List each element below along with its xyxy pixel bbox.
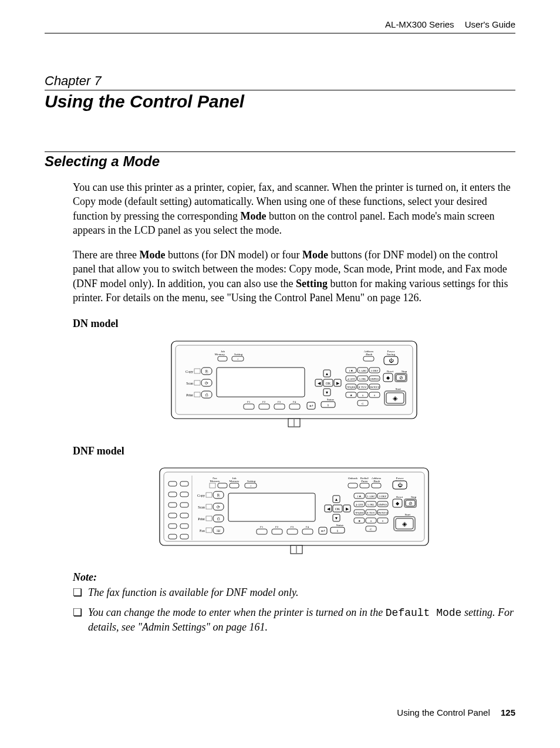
svg-text:9WXYZ: 9WXYZ — [377, 511, 388, 514]
paragraph-2: There are three Mode buttons (for DN mod… — [73, 248, 515, 305]
svg-text:i: i — [328, 403, 329, 407]
svg-text:8 TUV: 8 TUV — [367, 511, 375, 514]
svg-text:F3: F3 — [291, 525, 294, 528]
svg-text:9WXYZ: 9WXYZ — [369, 386, 380, 389]
svg-text:Scan: Scan — [186, 382, 193, 385]
svg-rect-97 — [180, 503, 188, 507]
svg-text:F4: F4 — [306, 525, 309, 528]
svg-text:Setting: Setting — [247, 480, 256, 483]
svg-text:Memory: Memory — [210, 480, 220, 483]
svg-rect-143 — [228, 493, 315, 521]
svg-text:F2: F2 — [262, 400, 266, 403]
svg-rect-147 — [272, 529, 282, 534]
svg-rect-35 — [289, 404, 300, 409]
svg-text:Memory: Memory — [215, 353, 225, 356]
svg-text:2 ABC: 2 ABC — [359, 369, 367, 372]
svg-text:F4: F4 — [293, 400, 296, 403]
svg-rect-94 — [168, 492, 177, 497]
svg-rect-27 — [217, 368, 305, 397]
svg-rect-24 — [194, 392, 200, 397]
note-item-2: You can change the mode to enter when th… — [73, 605, 515, 635]
svg-text:Pause: Pause — [361, 480, 368, 483]
note-item-1: The fax function is available for DNF mo… — [73, 585, 515, 599]
svg-text:▲: ▲ — [325, 372, 329, 376]
svg-text:-Book: -Book — [365, 353, 373, 356]
svg-rect-98 — [168, 513, 177, 518]
svg-text:⏻: ⏻ — [397, 483, 403, 488]
svg-rect-20 — [194, 380, 200, 385]
svg-text:3 DEF: 3 DEF — [370, 369, 378, 372]
page-number: 125 — [501, 707, 515, 717]
section-title: Selecting a Mode — [45, 151, 515, 170]
note-heading: Note: — [73, 570, 515, 584]
svg-text:◈: ◈ — [402, 520, 407, 527]
svg-text:F3: F3 — [278, 400, 281, 403]
svg-text:◈: ◈ — [393, 395, 398, 402]
svg-text:Onhook: Onhook — [348, 477, 358, 480]
svg-rect-92 — [168, 481, 177, 486]
header-guide: User's Guide — [465, 19, 515, 29]
svg-text:Print: Print — [198, 517, 205, 521]
svg-rect-95 — [180, 492, 188, 497]
svg-text:4 GHI: 4 GHI — [348, 378, 355, 380]
svg-rect-108 — [218, 483, 227, 488]
svg-rect-151 — [302, 529, 313, 534]
svg-rect-101 — [180, 524, 188, 528]
svg-rect-16 — [194, 369, 200, 373]
svg-text:Start: Start — [405, 513, 411, 516]
svg-text:Memory: Memory — [229, 480, 239, 483]
svg-text:2 ABC: 2 ABC — [367, 495, 375, 498]
svg-rect-116 — [348, 483, 357, 488]
svg-rect-102 — [168, 534, 177, 539]
svg-text:Copy: Copy — [197, 494, 205, 497]
svg-rect-145 — [257, 529, 267, 534]
paragraph-1: You can use this printer as a printer, c… — [73, 180, 515, 237]
svg-rect-111 — [230, 483, 239, 488]
svg-text:Stop: Stop — [402, 370, 407, 373]
svg-text:i: i — [337, 528, 338, 533]
svg-text:↩: ↩ — [309, 403, 313, 409]
svg-rect-31 — [259, 404, 269, 409]
svg-rect-10 — [363, 356, 374, 361]
svg-text:Saving: Saving — [387, 353, 395, 356]
svg-rect-29 — [244, 404, 254, 409]
footer-text: Using the Control Panel — [397, 707, 490, 717]
svg-rect-4 — [218, 356, 227, 361]
svg-rect-128 — [206, 493, 212, 497]
svg-rect-99 — [180, 513, 188, 518]
svg-rect-119 — [360, 483, 369, 488]
svg-rect-107 — [210, 483, 215, 488]
svg-text:Start: Start — [396, 388, 402, 390]
svg-text:Scan: Scan — [198, 506, 205, 509]
header-series: AL-MX300 Series — [385, 19, 454, 29]
svg-text:OK: OK — [326, 382, 331, 385]
svg-text:Fax: Fax — [200, 529, 205, 533]
svg-rect-96 — [168, 503, 177, 507]
svg-rect-140 — [206, 528, 212, 533]
svg-text:5 JKL: 5 JKL — [359, 378, 366, 380]
svg-rect-132 — [206, 504, 212, 509]
svg-rect-103 — [180, 534, 188, 539]
dnf-model-heading: DNF model — [73, 444, 515, 458]
chapter-label: Chapter 7 — [45, 73, 515, 89]
svg-text:▲: ▲ — [335, 497, 339, 502]
svg-text:4 GHI: 4 GHI — [356, 503, 363, 506]
svg-text:↩: ↩ — [321, 528, 325, 534]
svg-rect-122 — [372, 483, 381, 488]
svg-text:▼: ▼ — [335, 516, 339, 521]
svg-text:Setting: Setting — [234, 353, 243, 356]
svg-text:3 DEF: 3 DEF — [379, 495, 386, 498]
svg-text:⊘: ⊘ — [409, 501, 413, 506]
svg-text:1★.: 1★. — [357, 495, 362, 498]
svg-text:⊘: ⊘ — [399, 375, 403, 380]
svg-text:☼: ☼ — [249, 484, 252, 487]
svg-text:Copy: Copy — [185, 370, 193, 373]
svg-text:F1: F1 — [260, 525, 264, 528]
svg-text:1★.: 1★. — [349, 369, 353, 372]
svg-text:Stop: Stop — [411, 496, 417, 498]
svg-text:5 JKL: 5 JKL — [367, 503, 375, 506]
svg-text:-Book: -Book — [373, 480, 380, 483]
svg-text:☏: ☏ — [216, 528, 221, 533]
svg-text:Status: Status — [336, 524, 343, 527]
svg-text:7PQRS: 7PQRS — [355, 511, 363, 514]
